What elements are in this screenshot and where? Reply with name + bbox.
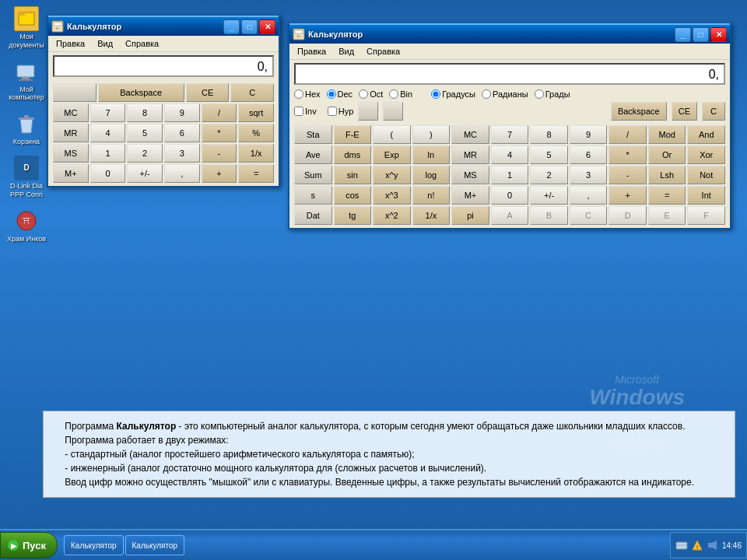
sign-btn-std[interactable]: +/- bbox=[127, 164, 163, 183]
xpowy-btn[interactable]: x^y bbox=[373, 166, 411, 184]
or-btn[interactable]: Or bbox=[648, 145, 686, 164]
hyp-checkbox-label[interactable]: Hyp bbox=[328, 107, 354, 116]
maximize-button-scientific[interactable]: □ bbox=[693, 27, 709, 42]
grad-radio-label[interactable]: Грады bbox=[535, 89, 570, 99]
4-btn-std[interactable]: 4 bbox=[90, 124, 126, 142]
mc-btn-sci[interactable]: MC bbox=[451, 125, 489, 144]
ms-btn-sci[interactable]: MS bbox=[451, 166, 489, 184]
rad-radio[interactable] bbox=[482, 89, 491, 99]
6-btn-std[interactable]: 6 bbox=[164, 124, 200, 142]
recycle-bin-icon[interactable]: Корзина bbox=[6, 111, 47, 146]
rparen-btn[interactable]: ) bbox=[412, 125, 451, 144]
menu-edit-standard[interactable]: Правка bbox=[51, 37, 89, 50]
sub-btn-std[interactable]: - bbox=[202, 144, 237, 163]
dec-radio[interactable] bbox=[327, 89, 336, 99]
2-btn-std[interactable]: 2 bbox=[127, 144, 163, 163]
titlebar-standard[interactable]: +- Калькулятор _ □ ✕ bbox=[48, 16, 279, 36]
mul-btn-std[interactable]: * bbox=[202, 124, 237, 142]
fe-btn[interactable]: F-E bbox=[334, 125, 372, 144]
A-btn[interactable]: A bbox=[491, 206, 529, 225]
not-btn[interactable]: Not bbox=[687, 166, 725, 184]
blank-btn-sci2[interactable] bbox=[383, 102, 403, 121]
pct-btn-std[interactable]: % bbox=[238, 124, 274, 142]
oct-radio[interactable] bbox=[359, 89, 368, 99]
sta-btn[interactable]: Sta bbox=[294, 125, 332, 144]
mr-btn-std[interactable]: MR bbox=[53, 124, 89, 142]
maximize-button-standard[interactable]: □ bbox=[241, 19, 258, 34]
grad-radio[interactable] bbox=[535, 89, 544, 99]
E-btn[interactable]: E bbox=[648, 206, 686, 225]
mplus-btn-std[interactable]: M+ bbox=[53, 164, 89, 183]
9-btn-std[interactable]: 9 bbox=[164, 103, 200, 122]
mc-btn-std[interactable]: MC bbox=[53, 103, 89, 122]
sin-btn[interactable]: sin bbox=[334, 166, 372, 184]
s-btn[interactable]: s bbox=[294, 186, 332, 205]
inv-btn-std[interactable]: 1/x bbox=[238, 144, 274, 163]
0-btn-sci[interactable]: 0 bbox=[491, 186, 529, 205]
hyp-checkbox[interactable] bbox=[328, 107, 337, 116]
2-btn-sci[interactable]: 2 bbox=[530, 166, 568, 184]
blank-btn[interactable] bbox=[53, 83, 96, 102]
dat-btn[interactable]: Dat bbox=[294, 206, 332, 225]
temple-icon[interactable]: ⛩ Храм Инков bbox=[6, 208, 47, 243]
exp-btn[interactable]: Exp bbox=[373, 145, 411, 164]
blank-btn-sci[interactable] bbox=[358, 102, 378, 121]
inv2-btn[interactable]: 1/x bbox=[412, 206, 451, 225]
deg-radio[interactable] bbox=[431, 89, 440, 99]
dlink-icon[interactable]: D D-Link DiaPPP Conn bbox=[6, 156, 47, 199]
ce-btn-std[interactable]: CE bbox=[186, 83, 230, 102]
3-btn-std[interactable]: 3 bbox=[164, 144, 200, 163]
sub-btn-sci[interactable]: - bbox=[608, 166, 647, 184]
mul-btn-sci[interactable]: * bbox=[608, 145, 647, 164]
3-btn-sci[interactable]: 3 bbox=[570, 166, 608, 184]
eq-btn-sci[interactable]: = bbox=[648, 186, 686, 205]
hex-radio-label[interactable]: Hex bbox=[294, 89, 321, 99]
ave-btn[interactable]: Ave bbox=[294, 145, 332, 164]
fact-btn[interactable]: n! bbox=[412, 186, 451, 205]
close-button-scientific[interactable]: ✕ bbox=[710, 27, 727, 42]
my-computer-icon[interactable]: Мойкомпьютер bbox=[6, 59, 47, 103]
sqrt-btn-std[interactable]: sqrt bbox=[238, 103, 274, 122]
log-btn[interactable]: log bbox=[412, 166, 451, 184]
minimize-button-scientific[interactable]: _ bbox=[675, 27, 691, 42]
xor-btn[interactable]: Xor bbox=[687, 145, 725, 164]
start-button[interactable]: ▶ Пуск bbox=[0, 532, 58, 558]
menu-view-sci[interactable]: Вид bbox=[334, 45, 359, 58]
oct-radio-label[interactable]: Oct bbox=[359, 89, 383, 99]
bin-radio[interactable] bbox=[389, 89, 398, 99]
titlebar-scientific[interactable]: +- Калькулятор _ □ ✕ bbox=[289, 23, 730, 44]
rad-radio-label[interactable]: Радианы bbox=[482, 89, 528, 99]
8-btn-std[interactable]: 8 bbox=[127, 103, 163, 122]
ce-btn-sci[interactable]: CE bbox=[672, 102, 697, 121]
menu-help-sci[interactable]: Справка bbox=[362, 45, 405, 58]
7-btn-sci[interactable]: 7 bbox=[491, 125, 529, 144]
and-btn[interactable]: And bbox=[687, 125, 725, 144]
menu-view-standard[interactable]: Вид bbox=[93, 37, 117, 50]
bin-radio-label[interactable]: Bin bbox=[389, 89, 412, 99]
B-btn[interactable]: B bbox=[530, 206, 568, 225]
div-btn-sci[interactable]: / bbox=[608, 125, 647, 144]
deg-radio-label[interactable]: Градусы bbox=[431, 89, 475, 99]
my-documents-icon[interactable]: Моидокументы bbox=[6, 6, 47, 50]
lparen-btn[interactable]: ( bbox=[373, 125, 411, 144]
menu-edit-sci[interactable]: Правка bbox=[293, 45, 331, 58]
F-btn[interactable]: F bbox=[687, 206, 725, 225]
backspace-btn-sci[interactable]: Backspace bbox=[611, 102, 667, 121]
add-btn-sci[interactable]: + bbox=[608, 186, 647, 205]
mplus-btn-sci[interactable]: M+ bbox=[451, 186, 489, 205]
xsq-btn[interactable]: x^2 bbox=[373, 206, 411, 225]
c-btn-sci[interactable]: C bbox=[702, 102, 725, 121]
6-btn-sci[interactable]: 6 bbox=[570, 145, 608, 164]
inv-checkbox[interactable] bbox=[294, 107, 303, 116]
xcube-btn[interactable]: x^3 bbox=[373, 186, 411, 205]
0-btn-std[interactable]: 0 bbox=[90, 164, 126, 183]
task-item-2[interactable]: Калькулятор bbox=[125, 535, 185, 555]
4-btn-sci[interactable]: 4 bbox=[491, 145, 529, 164]
ms-btn-std[interactable]: MS bbox=[53, 144, 89, 163]
1-btn-std[interactable]: 1 bbox=[90, 144, 126, 163]
inv-checkbox-label[interactable]: Inv bbox=[294, 107, 317, 116]
cos-btn[interactable]: cos bbox=[334, 186, 372, 205]
div-btn-std[interactable]: / bbox=[202, 103, 237, 122]
dot-btn-sci[interactable]: , bbox=[570, 186, 608, 205]
task-item-1[interactable]: Калькулятор bbox=[64, 535, 124, 555]
